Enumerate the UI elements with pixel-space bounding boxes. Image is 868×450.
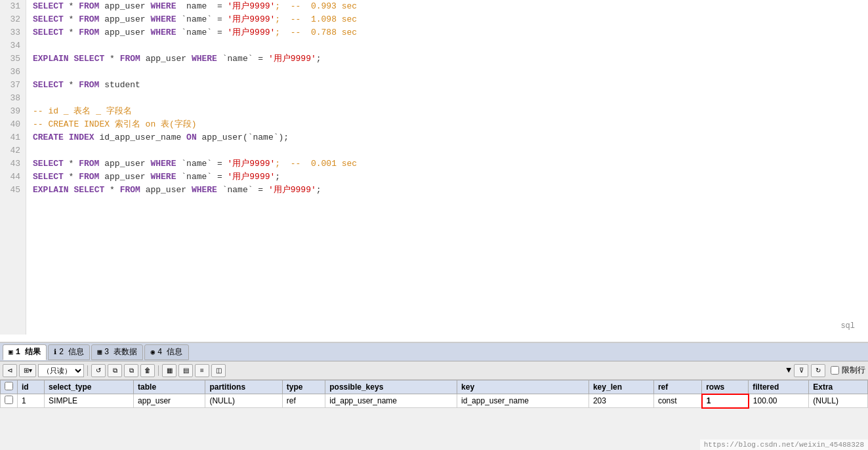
refresh-btn[interactable]: ↺: [91, 364, 106, 377]
line-number: 42: [5, 144, 20, 157]
cell-rows[interactable]: 1: [702, 394, 749, 408]
header-partitions: partitions: [205, 380, 282, 394]
code-line[interactable]: [33, 66, 861, 79]
row-checkbox[interactable]: [5, 396, 13, 404]
line-number: 44: [5, 171, 20, 184]
header-possible_keys: possible_keys: [325, 380, 457, 394]
tab-label: 1 结果: [16, 346, 41, 358]
code-line[interactable]: CREATE INDEX id_app_user_name ON app_use…: [33, 131, 861, 144]
code-line[interactable]: -- CREATE INDEX 索引名 on 表(字段): [33, 118, 861, 131]
header-table: table: [134, 380, 205, 394]
line-number: 32: [5, 13, 20, 26]
line-number: 37: [5, 79, 20, 92]
cell-id[interactable]: 1: [18, 394, 45, 408]
table-view-btn[interactable]: ▦: [162, 364, 176, 377]
line-number: 41: [5, 131, 20, 144]
code-line[interactable]: SELECT * FROM student: [33, 79, 861, 92]
blob-view-btn[interactable]: ◫: [211, 364, 226, 377]
sql-label: sql: [840, 321, 855, 331]
tab-label: 4 信息: [157, 346, 182, 358]
watermark: https://blog.csdn.net/weixin_45488328: [700, 440, 868, 450]
cell-key_len[interactable]: 203: [589, 394, 653, 408]
separator-1: [87, 365, 88, 376]
line-number: 43: [5, 157, 20, 171]
tab-2[interactable]: ℹ2 信息: [48, 344, 90, 360]
code-content[interactable]: SELECT * FROM app_user WHERE name = '用户9…: [26, 0, 868, 335]
code-line[interactable]: [33, 39, 861, 52]
header-filtered: filtered: [749, 380, 809, 394]
cell-possible_keys[interactable]: id_app_user_name: [325, 394, 457, 408]
header-key_len: key_len: [589, 380, 653, 394]
line-number: 40: [5, 118, 20, 131]
cell-select_type[interactable]: SIMPLE: [45, 394, 134, 408]
tab-icon: ▣: [9, 348, 13, 356]
code-line[interactable]: EXPLAIN SELECT * FROM app_user WHERE `na…: [33, 52, 861, 66]
header-select_type: select_type: [45, 380, 134, 394]
code-editor[interactable]: 313233343536373839404142434445 SELECT * …: [0, 0, 868, 335]
separator-2: [158, 365, 159, 376]
header-checkbox-col: [1, 380, 18, 394]
limit-label: 限制行: [842, 365, 865, 376]
toolbar-right: ▼ ⊽ ↻ 限制行: [786, 364, 865, 377]
line-number: 34: [5, 39, 20, 52]
code-line[interactable]: SELECT * FROM app_user WHERE `name` = '用…: [33, 171, 861, 184]
cell-filtered[interactable]: 100.00: [749, 394, 809, 408]
result-toolbar[interactable]: ⊲ ⊞▾ （只读） ↺ ⧉ ⧉ 🗑 ▦ ▤ ≡ ◫ ▼ ⊽ ↻ 限制行: [0, 361, 868, 380]
line-number: 33: [5, 26, 20, 39]
cell-type[interactable]: ref: [282, 394, 325, 408]
tab-4[interactable]: ◉4 信息: [144, 344, 188, 360]
code-line[interactable]: -- id _ 表名 _ 字段名: [33, 105, 861, 118]
readonly-select[interactable]: （只读）: [38, 364, 84, 377]
line-number: 31: [5, 0, 20, 13]
code-line[interactable]: SELECT * FROM app_user WHERE `name` = '用…: [33, 157, 861, 171]
line-numbers: 313233343536373839404142434445: [0, 0, 26, 335]
cell-table[interactable]: app_user: [134, 394, 205, 408]
tab-1[interactable]: ▣1 结果: [3, 344, 47, 360]
code-line[interactable]: [33, 144, 861, 157]
result-table: idselect_typetablepartitionstypepossible…: [0, 380, 868, 409]
filter-btn[interactable]: ⊽: [794, 364, 808, 377]
tab-icon: ◉: [150, 348, 155, 356]
code-line[interactable]: SELECT * FROM app_user WHERE name = '用户9…: [33, 0, 861, 13]
cell-key[interactable]: id_app_user_name: [457, 394, 589, 408]
code-line[interactable]: [33, 92, 861, 105]
cell-extra[interactable]: (NULL): [809, 394, 868, 408]
form-view-btn[interactable]: ▤: [178, 364, 193, 377]
bottom-panel: ▣1 结果ℹ2 信息▦3 表数据◉4 信息 ⊲ ⊞▾ （只读） ↺ ⧉ ⧉ 🗑 …: [0, 342, 868, 450]
line-number: 35: [5, 52, 20, 66]
header-rows: rows: [702, 380, 749, 394]
tab-3[interactable]: ▦3 表数据: [91, 344, 143, 360]
header-ref: ref: [653, 380, 701, 394]
code-line[interactable]: EXPLAIN SELECT * FROM app_user WHERE `na…: [33, 184, 861, 197]
code-line[interactable]: SELECT * FROM app_user WHERE `name` = '用…: [33, 13, 861, 26]
line-number: 38: [5, 92, 20, 105]
text-view-btn[interactable]: ≡: [195, 364, 209, 377]
tab-bar[interactable]: ▣1 结果ℹ2 信息▦3 表数据◉4 信息: [0, 343, 868, 361]
header-key: key: [457, 380, 589, 394]
cell-ref[interactable]: const: [653, 394, 701, 408]
tab-label: 3 表数据: [104, 346, 137, 358]
header-id: id: [18, 380, 45, 394]
copy2-btn[interactable]: ⧉: [124, 364, 138, 377]
line-number: 36: [5, 66, 20, 79]
cell-partitions[interactable]: (NULL): [205, 394, 282, 408]
header-type: type: [282, 380, 325, 394]
table-row[interactable]: 1SIMPLEapp_user(NULL)refid_app_user_name…: [1, 394, 868, 408]
limit-checkbox[interactable]: [831, 366, 839, 375]
select-all-checkbox[interactable]: [5, 382, 13, 390]
line-number: 45: [5, 184, 20, 197]
line-number: 39: [5, 105, 20, 118]
header-Extra: Extra: [809, 380, 868, 394]
filter-icon[interactable]: ▼: [786, 365, 791, 375]
code-line[interactable]: SELECT * FROM app_user WHERE `name` = '用…: [33, 26, 861, 39]
copy-btn[interactable]: ⧉: [108, 364, 122, 377]
row-checkbox-cell[interactable]: [1, 394, 18, 408]
auto-refresh-btn[interactable]: ↻: [811, 364, 825, 377]
nav-first-btn[interactable]: ⊲: [3, 364, 17, 377]
tab-label: 2 信息: [59, 346, 84, 358]
tab-icon: ▦: [97, 348, 102, 356]
grid-btn[interactable]: ⊞▾: [19, 364, 36, 377]
tab-icon: ℹ: [54, 348, 56, 356]
delete-btn[interactable]: 🗑: [140, 364, 155, 377]
